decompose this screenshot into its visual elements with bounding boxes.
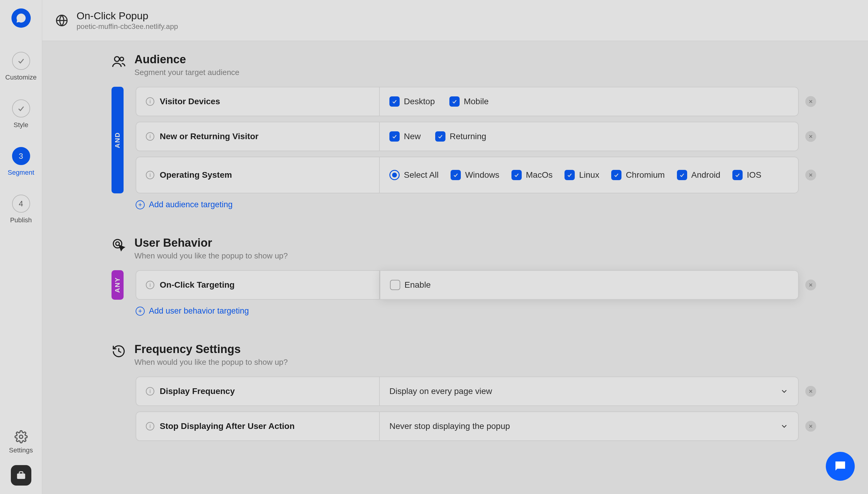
remove-rule-button[interactable] — [805, 421, 816, 432]
checkbox-chromium[interactable]: Chromium — [611, 170, 665, 180]
and-badge: AND — [112, 87, 124, 193]
archive-button[interactable] — [11, 465, 31, 486]
step-label: Publish — [10, 216, 32, 224]
check-icon — [17, 104, 25, 113]
checkbox-macos[interactable]: MacOs — [512, 170, 553, 180]
section-subtitle: Segment your target audience — [134, 68, 239, 77]
rule-row-visitor-type: i New or Returning Visitor New Returning — [136, 122, 799, 151]
rule-name: Visitor Devices — [160, 97, 220, 106]
svg-point-4 — [120, 57, 124, 61]
info-icon[interactable]: i — [146, 171, 154, 179]
info-icon[interactable]: i — [146, 422, 154, 431]
target-click-icon — [112, 238, 126, 252]
remove-rule-button[interactable] — [805, 386, 816, 397]
rule-name: Stop Displaying After User Action — [160, 421, 295, 431]
step-segment[interactable]: 3 Segment — [0, 147, 42, 176]
add-behavior-link[interactable]: +Add user behavior targeting — [136, 306, 799, 316]
remove-rule-button[interactable] — [805, 280, 816, 290]
display-frequency-select[interactable]: Display on every page view — [380, 377, 799, 406]
chat-icon — [833, 459, 848, 474]
rule-name: New or Returning Visitor — [160, 132, 259, 141]
svg-point-3 — [114, 57, 119, 61]
section-subtitle: When would you like the popup to show up… — [134, 358, 288, 367]
checkbox-linux[interactable]: Linux — [565, 170, 599, 180]
info-icon[interactable]: i — [146, 387, 154, 396]
rule-row-devices: i Visitor Devices Desktop Mobile — [136, 87, 799, 116]
chat-bubble-icon — [16, 13, 26, 23]
page-title: On-Click Popup — [77, 10, 178, 22]
step-publish[interactable]: 4 Publish — [0, 195, 42, 224]
info-icon[interactable]: i — [146, 132, 154, 141]
rule-row-stop-displaying: i Stop Displaying After User Action Neve… — [136, 412, 799, 441]
gear-icon — [15, 430, 28, 443]
settings-button[interactable]: Settings — [9, 430, 33, 454]
rule-name: Display Frequency — [160, 386, 235, 396]
step-label: Customize — [5, 74, 37, 81]
settings-label: Settings — [9, 446, 33, 454]
remove-rule-button[interactable] — [805, 170, 816, 180]
any-badge: ANY — [112, 270, 124, 300]
info-icon[interactable]: i — [146, 281, 154, 289]
frequency-section: Frequency Settings When would you like t… — [112, 343, 799, 441]
checkbox-new[interactable]: New — [389, 131, 421, 141]
rule-name: Operating System — [160, 170, 232, 180]
section-title: Audience — [134, 53, 239, 66]
section-title: User Behavior — [134, 236, 288, 249]
rule-row-os: i Operating System Select All Windows Ma… — [136, 157, 799, 193]
remove-rule-button[interactable] — [805, 131, 816, 142]
stop-displaying-select[interactable]: Never stop displaying the popup — [380, 412, 799, 441]
checkbox-android[interactable]: Android — [677, 170, 721, 180]
audience-section: Audience Segment your target audience AN… — [112, 53, 799, 209]
chevron-down-icon — [780, 387, 789, 396]
step-customize[interactable]: Customize — [0, 52, 42, 81]
checkbox-mobile[interactable]: Mobile — [449, 96, 488, 107]
checkbox-returning[interactable]: Returning — [435, 131, 486, 141]
checkbox-ios[interactable]: IOS — [732, 170, 761, 180]
rule-name: On-Click Targeting — [160, 280, 235, 290]
checkbox-desktop[interactable]: Desktop — [389, 96, 435, 107]
step-style[interactable]: Style — [0, 99, 42, 129]
behavior-section: User Behavior When would you like the po… — [112, 236, 799, 316]
page-header: On-Click Popup poetic-muffin-cbc3ee.netl… — [42, 0, 868, 41]
radio-select-all[interactable]: Select All — [389, 170, 439, 180]
check-icon — [17, 57, 25, 65]
app-logo[interactable] — [12, 8, 31, 28]
history-icon — [112, 344, 126, 358]
plus-icon: + — [136, 307, 145, 316]
left-rail: Customize Style 3 Segment 4 Publish Sett… — [0, 0, 42, 494]
info-icon[interactable]: i — [146, 97, 154, 106]
content-area: Audience Segment your target audience AN… — [93, 41, 817, 494]
globe-icon — [55, 14, 68, 27]
section-subtitle: When would you like the popup to show up… — [134, 251, 288, 261]
plus-icon: + — [136, 200, 145, 209]
rule-row-onclick: i On-Click Targeting Enable — [136, 270, 799, 300]
audience-icon — [112, 54, 126, 69]
svg-point-0 — [19, 435, 23, 439]
step-label: Style — [14, 121, 28, 129]
briefcase-icon — [16, 470, 26, 481]
chevron-down-icon — [780, 422, 789, 431]
add-audience-link[interactable]: +Add audience targeting — [136, 200, 799, 209]
step-label: Segment — [7, 169, 34, 176]
chat-fab[interactable] — [826, 452, 855, 481]
checkbox-windows[interactable]: Windows — [450, 170, 499, 180]
checkbox-enable[interactable]: Enable — [390, 280, 431, 290]
section-title: Frequency Settings — [134, 343, 288, 356]
highlighted-panel: Enable — [380, 270, 799, 300]
remove-rule-button[interactable] — [805, 96, 816, 107]
svg-rect-1 — [17, 474, 25, 479]
page-subtitle: poetic-muffin-cbc3ee.netlify.app — [77, 22, 178, 31]
rule-row-display-frequency: i Display Frequency Display on every pag… — [136, 377, 799, 406]
